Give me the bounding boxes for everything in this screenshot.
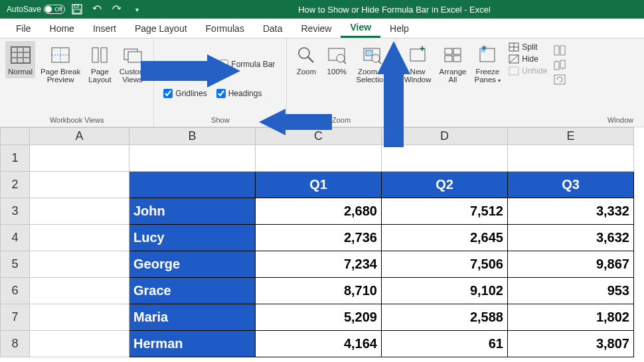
cell[interactable]	[129, 145, 256, 172]
cell[interactable]: 5,209	[256, 304, 382, 331]
cell[interactable]	[30, 145, 129, 172]
zoom-button[interactable]: Zoom	[292, 41, 320, 78]
split-button[interactable]: Split	[509, 41, 547, 53]
view-side-by-side-icon[interactable]	[554, 45, 566, 56]
save-icon[interactable]	[72, 4, 82, 15]
reset-window-icon[interactable]	[554, 74, 566, 85]
qat-dropdown-icon[interactable]: ▾	[131, 4, 142, 15]
cell[interactable]: 7,506	[382, 251, 508, 278]
cell[interactable]: Q2	[382, 172, 508, 198]
zoom-to-selection-button[interactable]: Zoom to Selection	[353, 41, 390, 86]
cell[interactable]	[256, 145, 382, 172]
cell[interactable]: Grace	[129, 278, 256, 304]
row-header[interactable]: 8	[1, 331, 30, 357]
cell[interactable]: 9,867	[508, 251, 634, 278]
zoom-100-label: 100%	[327, 68, 347, 76]
svg-rect-34	[554, 46, 559, 55]
cell[interactable]	[382, 145, 508, 172]
cell[interactable]: Lucy	[129, 225, 256, 251]
hide-button[interactable]: Hide	[509, 53, 547, 65]
tab-insert[interactable]: Insert	[84, 19, 125, 38]
cell[interactable]: 3,807	[508, 331, 634, 357]
row-header[interactable]: 2	[1, 172, 30, 198]
svg-rect-23	[445, 56, 452, 62]
cell[interactable]	[30, 172, 129, 198]
tab-data[interactable]: Data	[254, 19, 292, 38]
page-layout-icon	[88, 44, 111, 66]
split-icon	[509, 42, 519, 52]
tab-page-layout[interactable]: Page Layout	[125, 19, 197, 38]
gridlines-check-input[interactable]	[163, 89, 173, 98]
zoom-100-button[interactable]: 100%	[323, 41, 351, 78]
freeze-panes-button[interactable]: ✱ Freeze Panes ▾	[471, 41, 503, 86]
column-header[interactable]: B	[129, 128, 256, 145]
cell[interactable]: 2,680	[256, 198, 382, 225]
column-header[interactable]: E	[508, 128, 634, 145]
cell[interactable]: 2,588	[382, 304, 508, 331]
cell[interactable]	[30, 331, 129, 357]
tab-formulas[interactable]: Formulas	[197, 19, 254, 38]
cell[interactable]: Herman	[129, 331, 256, 357]
cell[interactable]: 9,102	[382, 278, 508, 304]
cell[interactable]	[30, 251, 129, 278]
cell[interactable]: 8,710	[256, 278, 382, 304]
tab-view[interactable]: View	[341, 19, 380, 38]
cell[interactable]: 3,332	[508, 198, 634, 225]
cell[interactable]: 3,632	[508, 225, 634, 251]
normal-view-button[interactable]: Normal	[5, 41, 35, 78]
cell[interactable]: 61	[382, 331, 508, 357]
svg-line-18	[378, 61, 381, 64]
column-header[interactable]: D	[382, 128, 508, 145]
arrange-all-label: Arrange All	[440, 68, 467, 84]
gridlines-checkbox[interactable]: Gridlines	[163, 89, 206, 98]
tab-home[interactable]: Home	[40, 19, 84, 38]
select-all-corner[interactable]	[1, 128, 30, 145]
cell[interactable]: Q3	[508, 172, 634, 198]
row-header[interactable]: 1	[1, 145, 30, 172]
cell[interactable]	[30, 225, 129, 251]
cell[interactable]: 953	[508, 278, 634, 304]
cell[interactable]: Q1	[256, 172, 382, 198]
row-header[interactable]: 4	[1, 225, 30, 251]
cell[interactable]	[129, 172, 256, 198]
tab-review[interactable]: Review	[292, 19, 341, 38]
cell[interactable]: Maria	[129, 304, 256, 331]
headings-check-input[interactable]	[216, 89, 226, 98]
cell[interactable]	[508, 145, 634, 172]
redo-icon[interactable]	[112, 4, 122, 15]
column-header[interactable]: A	[30, 128, 129, 145]
cell[interactable]: 7,512	[382, 198, 508, 225]
cell[interactable]: 7,234	[256, 251, 382, 278]
autosave-toggle[interactable]: AutoSave Off	[7, 5, 65, 14]
svg-line-11	[308, 57, 313, 62]
show-group-label: Show	[159, 116, 281, 125]
headings-checkbox[interactable]: Headings	[216, 89, 262, 98]
tab-file[interactable]: File	[7, 19, 40, 38]
row-header[interactable]: 7	[1, 304, 30, 331]
sync-scrolling-icon[interactable]	[554, 60, 566, 70]
column-header[interactable]: C	[256, 128, 382, 145]
formula-bar-checkbox[interactable]: Formula Bar	[219, 60, 275, 69]
tab-help[interactable]: Help	[380, 19, 418, 38]
cell[interactable]: George	[129, 251, 256, 278]
cell[interactable]: 2,736	[256, 225, 382, 251]
cell[interactable]	[30, 304, 129, 331]
row-header[interactable]: 3	[1, 198, 30, 225]
arrange-all-button[interactable]: Arrange All	[437, 41, 469, 86]
cell[interactable]: John	[129, 198, 256, 225]
cell[interactable]: 1,802	[508, 304, 634, 331]
custom-views-button[interactable]: Custom Views	[117, 41, 149, 86]
spreadsheet[interactable]: ABCDE12Q1Q2Q33John2,6807,5123,3324Lucy2,…	[0, 127, 644, 357]
undo-icon[interactable]	[92, 4, 102, 15]
cell[interactable]	[30, 278, 129, 304]
new-window-button[interactable]: + New Window	[402, 41, 434, 86]
cell[interactable]	[30, 198, 129, 225]
formula-bar-check-input[interactable]	[219, 60, 228, 69]
row-header[interactable]: 6	[1, 278, 30, 304]
cell[interactable]: 4,164	[256, 331, 382, 357]
page-layout-view-button[interactable]: Page Layout	[86, 41, 114, 86]
custom-views-icon	[121, 44, 144, 66]
row-header[interactable]: 5	[1, 251, 30, 278]
page-break-preview-button[interactable]: Page Break Preview	[38, 41, 83, 86]
cell[interactable]: 2,645	[382, 225, 508, 251]
